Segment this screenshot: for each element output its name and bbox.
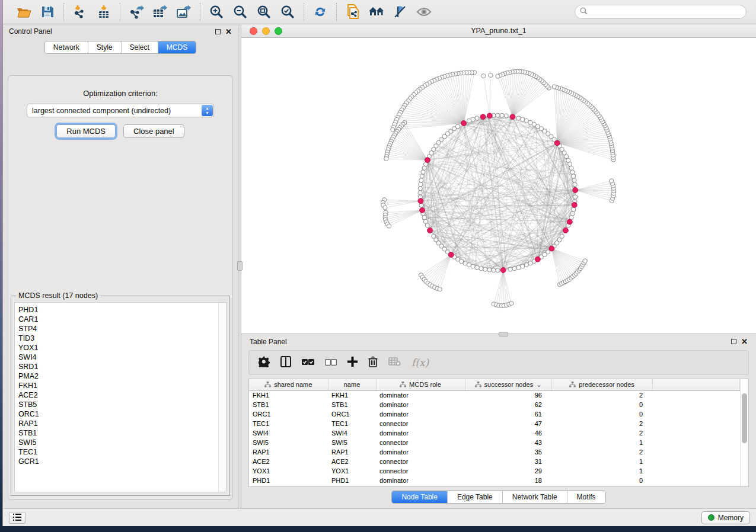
mcds-hub-node[interactable] [425, 158, 430, 163]
ring-node[interactable] [471, 264, 475, 268]
show-column-panel-button[interactable] [280, 356, 291, 370]
mcds-hub-node[interactable] [420, 208, 425, 213]
table-row[interactable]: RAP1RAP1dominator352 [249, 447, 740, 457]
table-row[interactable]: SWI5SWI5connector431 [249, 438, 740, 447]
ring-node[interactable] [504, 114, 508, 118]
leaf-node[interactable] [583, 259, 587, 263]
ring-node[interactable] [500, 113, 504, 117]
close-panel-icon[interactable]: ✕ [225, 28, 232, 36]
column-header-successor-nodes[interactable]: successor nodes⌄ [465, 379, 551, 390]
leaf-node[interactable] [438, 287, 442, 291]
close-panel-icon[interactable]: ✕ [741, 338, 748, 345]
mcds-result-item[interactable]: PHD1 [18, 305, 218, 315]
ring-node[interactable] [572, 174, 576, 178]
run-mcds-button[interactable]: Run MCDS [56, 124, 116, 138]
mcds-list-scrollbar[interactable] [218, 303, 226, 492]
mcds-hub-node[interactable] [448, 252, 454, 258]
network-canvas[interactable] [241, 38, 756, 334]
save-session-button[interactable] [37, 2, 58, 21]
mcds-result-item[interactable]: SWI5 [18, 438, 218, 447]
table-row[interactable]: PHD1PHD1dominator180 [249, 476, 740, 485]
mcds-hub-node[interactable] [487, 113, 492, 118]
ring-node[interactable] [570, 170, 575, 174]
table-options-button[interactable] [259, 356, 270, 370]
column-header-MCDS-role[interactable]: MCDS role [376, 379, 465, 390]
ring-node[interactable] [487, 268, 492, 272]
zoom-out-button[interactable] [230, 2, 250, 21]
ring-node[interactable] [573, 195, 578, 199]
mcds-result-item[interactable]: TEC1 [18, 447, 218, 457]
ring-node[interactable] [422, 166, 426, 170]
tab-select[interactable]: Select [122, 41, 158, 53]
leaf-node[interactable] [383, 206, 387, 210]
mcds-hub-node[interactable] [554, 140, 560, 146]
mcds-result-item[interactable]: FKH1 [18, 381, 218, 390]
mcds-hub-node[interactable] [510, 114, 515, 120]
hide-selected-button[interactable] [366, 2, 387, 21]
node-table-grid[interactable]: shared namenameMCDS rolesuccessor nodes⌄… [249, 379, 740, 485]
tab-node-table[interactable]: Node Table [392, 491, 448, 503]
table-scrollbar-thumb[interactable] [742, 393, 747, 443]
leaf-node[interactable] [489, 73, 493, 77]
column-header-name[interactable]: name [328, 379, 376, 390]
tab-mcds[interactable]: MCDS [158, 41, 196, 53]
close-panel-button[interactable]: Close panel [123, 124, 184, 138]
network-window-titlebar[interactable]: YPA_prune.txt_1 [241, 24, 756, 38]
mcds-hub-node[interactable] [549, 246, 554, 251]
mcds-result-item[interactable]: TID3 [18, 334, 218, 343]
column-header-shared-name[interactable]: shared name [249, 379, 328, 390]
ring-node[interactable] [572, 207, 576, 211]
mcds-hub-node[interactable] [418, 198, 423, 204]
import-table-button[interactable] [94, 2, 114, 21]
mcds-hub-node[interactable] [480, 114, 486, 120]
ring-node[interactable] [496, 268, 500, 273]
mcds-result-item[interactable]: SWI4 [18, 352, 218, 362]
bird-eye-view-button[interactable] [414, 2, 434, 21]
mcds-hub-node[interactable] [461, 120, 467, 126]
ring-node[interactable] [475, 116, 479, 120]
table-row[interactable]: TEC1TEC1connector472 [249, 419, 740, 428]
mcds-hub-node[interactable] [500, 268, 506, 273]
ring-node[interactable] [572, 178, 576, 182]
tab-network-table[interactable]: Network Table [503, 491, 567, 503]
memory-button[interactable]: Memory [701, 511, 750, 524]
ring-node[interactable] [422, 216, 426, 220]
mcds-result-item[interactable]: GCR1 [18, 457, 218, 466]
mcds-result-item[interactable]: SRD1 [18, 362, 218, 371]
mcds-result-item[interactable]: STB5 [18, 400, 218, 409]
leaf-node[interactable] [481, 74, 486, 78]
search-input[interactable] [591, 8, 741, 16]
show-graphics-details-button[interactable] [390, 2, 410, 21]
table-row[interactable]: YOX1YOX1connector291 [249, 466, 740, 476]
delete-column-button[interactable] [368, 356, 378, 370]
mcds-hub-node[interactable] [535, 257, 540, 262]
ring-node[interactable] [418, 191, 422, 195]
float-window-icon[interactable] [215, 29, 221, 34]
ring-node[interactable] [419, 203, 423, 207]
refresh-layout-button[interactable] [310, 2, 330, 21]
float-window-icon[interactable] [731, 339, 736, 344]
new-network-from-selection-button[interactable] [343, 2, 363, 21]
open-file-button[interactable] [14, 2, 34, 21]
ring-node[interactable] [483, 267, 487, 271]
ring-node[interactable] [492, 268, 496, 273]
mcds-result-item[interactable]: RAP1 [18, 419, 218, 428]
ring-node[interactable] [508, 267, 512, 271]
ring-node[interactable] [425, 223, 429, 227]
ring-node[interactable] [521, 264, 525, 268]
export-table-button[interactable] [150, 2, 170, 21]
mcds-hub-node[interactable] [572, 203, 577, 208]
mcds-hub-node[interactable] [573, 188, 578, 193]
mcds-result-item[interactable]: PMA2 [18, 371, 218, 381]
zoom-fit-button[interactable] [254, 2, 274, 21]
ring-node[interactable] [512, 267, 516, 271]
ring-node[interactable] [471, 117, 475, 121]
leaf-node[interactable] [610, 179, 614, 183]
ring-node[interactable] [479, 267, 483, 271]
leaf-node[interactable] [384, 156, 388, 161]
export-image-button[interactable] [174, 2, 194, 21]
ring-node[interactable] [467, 118, 471, 123]
ring-node[interactable] [521, 117, 525, 121]
mcds-result-item[interactable]: CAR1 [18, 315, 218, 324]
ring-node[interactable] [560, 234, 564, 238]
